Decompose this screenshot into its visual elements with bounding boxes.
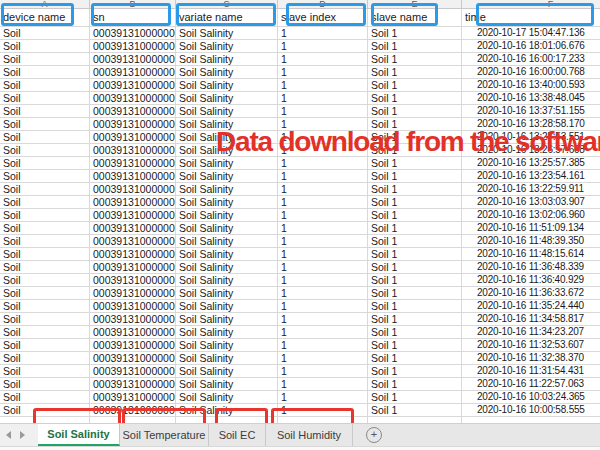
cell-slave-index[interactable]: 1 [278,326,368,339]
cell-time[interactable]: 2020-10-16 13:22:59.911 [462,183,600,196]
cell-variate-name[interactable]: Soil Salinity [176,352,278,365]
cell-device-name[interactable]: Soil [0,378,90,391]
cell-sn[interactable]: 0003913100000000 [90,157,176,170]
cell-slave-name[interactable]: Soil 1 [368,326,462,339]
cell-slave-index[interactable]: 1 [278,365,368,378]
cell-slave-name[interactable]: Soil 1 [368,222,462,235]
cell-slave-index[interactable]: 1 [278,235,368,248]
cell-device-name[interactable]: Soil [0,40,90,53]
cell-variate-name[interactable]: Soil Salinity [176,196,278,209]
cell-slave-name[interactable]: Soil 1 [368,248,462,261]
cell-sn[interactable]: 0003913100000000 [90,326,176,339]
cell-sn[interactable]: 0003913100000000 [90,313,176,326]
cell-variate-name[interactable]: Soil Salinity [176,313,278,326]
cell-sn[interactable]: 0003913100000000 [90,235,176,248]
tab-scroll-left-icon[interactable] [6,431,11,439]
cell-time[interactable]: 2020-10-16 10:00:58.555 [462,404,600,417]
cell-slave-name[interactable]: Soil 1 [368,196,462,209]
cell-device-name[interactable]: Soil [0,248,90,261]
sheet-tab-Soil-EC[interactable]: Soil EC [209,424,266,446]
cell-variate-name[interactable]: Soil Salinity [176,339,278,352]
cell-device-name[interactable]: Soil [0,196,90,209]
cell-sn[interactable]: 0003913100000000 [90,53,176,66]
cell-sn[interactable]: 0003913100000000 [90,339,176,352]
cell-slave-name[interactable]: Soil 1 [368,261,462,274]
cell-time[interactable]: 2020-10-16 11:31:54.431 [462,365,600,378]
tab-scroll-right-icon[interactable] [20,431,25,439]
cell-slave-name[interactable]: Soil 1 [368,404,462,417]
cell-sn[interactable]: 0003913100000000 [90,365,176,378]
cell-device-name[interactable]: Soil [0,339,90,352]
cell-time[interactable]: 2020-10-16 11:36:33.672 [462,287,600,300]
cell-sn[interactable]: 0003913100000000 [90,131,176,144]
cell-time[interactable]: 2020-10-16 13:02:06.960 [462,209,600,222]
cell-variate-name[interactable]: Soil Salinity [176,105,278,118]
cell-time[interactable]: 2020-10-16 16:00:17.233 [462,53,600,66]
cell-device-name[interactable]: Soil [0,66,90,79]
cell-device-name[interactable]: Soil [0,118,90,131]
cell-slave-index[interactable]: 1 [278,66,368,79]
cell-sn[interactable]: 0003913100000000 [90,248,176,261]
cell-variate-name[interactable]: Soil Salinity [176,157,278,170]
cell-sn[interactable]: 0003913100000000 [90,287,176,300]
cell-time[interactable]: 2020-10-16 11:32:38.370 [462,352,600,365]
header-cell-sn[interactable]: sn [90,9,176,27]
cell-time[interactable]: 2020-10-16 11:32:53.607 [462,339,600,352]
sheet-tab-Soil-Humidity[interactable]: Soil Humidity [266,424,353,446]
cell-variate-name[interactable]: Soil Salinity [176,27,278,40]
cell-device-name[interactable]: Soil [0,209,90,222]
cell-device-name[interactable]: Soil [0,300,90,313]
header-cell-slave-name[interactable]: slave name [368,9,462,27]
cell-device-name[interactable]: Soil [0,105,90,118]
cell-variate-name[interactable]: Soil Salinity [176,92,278,105]
cell-time[interactable]: 2020-10-16 11:36:40.929 [462,274,600,287]
cell-slave-index[interactable]: 1 [278,391,368,404]
column-letter-F[interactable]: F [462,0,600,8]
cell-slave-index[interactable]: 1 [278,222,368,235]
cell-sn[interactable]: 0003913100000000 [90,261,176,274]
cell-slave-name[interactable]: Soil 1 [368,40,462,53]
cell-slave-name[interactable]: Soil 1 [368,235,462,248]
cell-slave-index[interactable]: 1 [278,157,368,170]
cell-variate-name[interactable]: Soil Salinity [176,53,278,66]
cell-sn[interactable]: 0003913100000000 [90,378,176,391]
cell-time[interactable]: 2020-10-16 13:03:03.907 [462,196,600,209]
cell-slave-index[interactable]: 1 [278,313,368,326]
cell-time[interactable]: 2020-10-16 11:51:09.134 [462,222,600,235]
cell-slave-index[interactable]: 1 [278,404,368,417]
cell-time[interactable]: 2020-10-16 11:48:39.350 [462,235,600,248]
cell-variate-name[interactable]: Soil Salinity [176,404,278,417]
cell-slave-index[interactable]: 1 [278,287,368,300]
cell-sn[interactable]: 0003913100000000 [90,404,176,417]
cell-slave-name[interactable]: Soil 1 [368,365,462,378]
cell-sn[interactable]: 0003913100000000 [90,105,176,118]
cell-time[interactable]: 2020-10-16 13:40:00.593 [462,79,600,92]
column-letter-A[interactable]: A [0,0,90,8]
column-letter-D[interactable]: D [278,0,368,8]
cell-variate-name[interactable]: Soil Salinity [176,300,278,313]
cell-variate-name[interactable]: Soil Salinity [176,79,278,92]
cell-time[interactable]: 2020-10-16 11:36:48.339 [462,261,600,274]
cell-device-name[interactable]: Soil [0,287,90,300]
cell-slave-index[interactable]: 1 [278,105,368,118]
cell-slave-name[interactable]: Soil 1 [368,170,462,183]
cell-sn[interactable]: 0003913100000000 [90,170,176,183]
cell-time[interactable]: 2020-10-16 11:34:23.207 [462,326,600,339]
cell-slave-name[interactable]: Soil 1 [368,339,462,352]
cell-sn[interactable]: 0003913100000000 [90,196,176,209]
cell-slave-name[interactable]: Soil 1 [368,183,462,196]
cell-device-name[interactable]: Soil [0,222,90,235]
cell-device-name[interactable]: Soil [0,326,90,339]
header-cell-slave-index[interactable]: slave index [278,9,368,27]
cell-sn[interactable]: 0003913100000000 [90,274,176,287]
cell-slave-index[interactable]: 1 [278,40,368,53]
cell-slave-name[interactable]: Soil 1 [368,352,462,365]
cell-device-name[interactable]: Soil [0,235,90,248]
column-letter-C[interactable]: C [176,0,278,8]
column-letter-B[interactable]: B [90,0,176,8]
cell-sn[interactable]: 0003913100000000 [90,352,176,365]
cell-sn[interactable]: 0003913100000000 [90,300,176,313]
cell-slave-index[interactable]: 1 [278,274,368,287]
cell-slave-index[interactable]: 1 [278,339,368,352]
cell-device-name[interactable]: Soil [0,157,90,170]
